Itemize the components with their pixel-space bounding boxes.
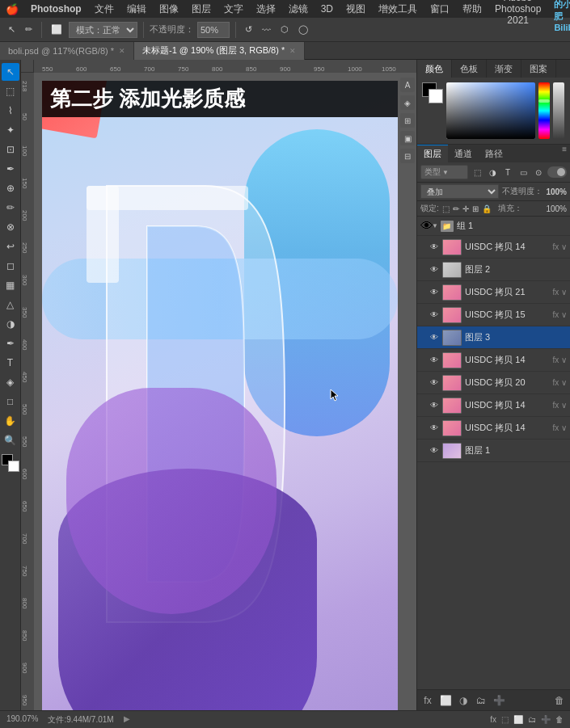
layer-fx-6[interactable]: fx ∨ <box>552 378 567 387</box>
tool-eyedropper[interactable]: ✒ <box>2 160 19 178</box>
filter-adj-icon[interactable]: ◑ <box>486 166 499 179</box>
menu-layer[interactable]: 图层 <box>192 2 211 16</box>
background-color[interactable] <box>8 461 19 472</box>
group-expand-icon[interactable]: ▼ <box>432 222 438 229</box>
side-tool-2[interactable]: ◈ <box>400 95 415 110</box>
tab-color[interactable]: 颜色 <box>417 60 452 78</box>
layer-fx-3[interactable]: fx ∨ <box>552 310 567 319</box>
alpha-bar[interactable] <box>553 82 564 139</box>
tool-shape2[interactable]: □ <box>2 393 19 410</box>
tool-magic-wand[interactable]: ✦ <box>2 121 19 139</box>
eye-icon-group[interactable]: 👁 <box>420 219 432 234</box>
canvas-scroll-area[interactable]: 218 50 100 150 200 250 300 350 400 450 5… <box>21 73 416 710</box>
layer-item-7[interactable]: 👁 UISDC 拷贝 14 fx ∨ <box>417 394 570 417</box>
tool-select-rect[interactable]: ⬚ <box>2 82 19 100</box>
layer-eye-1[interactable]: 👁 <box>429 264 440 276</box>
menu-select[interactable]: 选择 <box>256 2 276 16</box>
menu-view[interactable]: 视图 <box>346 2 365 16</box>
filter-shape-icon[interactable]: ▭ <box>517 166 530 179</box>
filter-text-icon[interactable]: T <box>501 166 514 179</box>
opacity-input[interactable] <box>197 22 230 38</box>
layer-fx-7[interactable]: fx ∨ <box>552 401 567 410</box>
background-swatch[interactable] <box>429 89 443 103</box>
photoshop-canvas[interactable]: 第二步 添加光影质感 JCBAI23.COM <box>34 73 416 710</box>
apple-menu[interactable]: 🍎 <box>6 3 18 15</box>
flow-btn[interactable]: ↺ <box>242 20 255 40</box>
lock-artboard-icon[interactable]: ⊞ <box>472 204 479 213</box>
app-menu[interactable]: Photoshop <box>31 3 82 15</box>
color-spectrum[interactable] <box>446 82 535 139</box>
layer-group-1[interactable]: 👁 ▼ 📁 组 1 <box>417 217 570 236</box>
fg-bg-colors[interactable] <box>422 82 443 139</box>
lock-transparent-icon[interactable]: ⬚ <box>442 204 450 213</box>
side-tool-1[interactable]: A <box>400 78 415 92</box>
layer-item-0[interactable]: 👁 UISDC 拷贝 14 fx ∨ <box>417 236 570 259</box>
smooth-btn[interactable]: 〰 <box>259 20 274 40</box>
layer-fx-8[interactable]: fx ∨ <box>552 423 567 432</box>
layer-eye-9[interactable]: 👁 <box>429 445 440 457</box>
layer-eye-4[interactable]: 👁 <box>429 332 440 343</box>
tab-untitled-close[interactable]: ✕ <box>289 47 296 55</box>
tab-boli-close[interactable]: ✕ <box>119 47 125 55</box>
layer-new-button[interactable]: ➕ <box>492 693 506 708</box>
layer-eye-0[interactable]: 👁 <box>429 242 440 253</box>
status-new-layer[interactable]: ⬜ <box>513 715 523 724</box>
lock-all-icon[interactable]: 🔒 <box>482 204 492 213</box>
layer-adjustment-button[interactable]: ◑ <box>456 693 471 708</box>
layer-fx-0[interactable]: fx ∨ <box>552 242 567 251</box>
layer-fx-5[interactable]: fx ∨ <box>552 356 567 364</box>
status-group[interactable]: 🗂 <box>528 715 536 724</box>
tool-dodge[interactable]: ◑ <box>2 315 19 333</box>
menu-file[interactable]: 文件 <box>95 2 114 16</box>
layer-fx-2[interactable]: fx ∨ <box>552 288 567 297</box>
layer-delete-button[interactable]: 🗑 <box>552 693 567 708</box>
tool-gradient[interactable]: ▦ <box>2 276 19 294</box>
layer-item-6[interactable]: 👁 UISDC 拷贝 20 fx ∨ <box>417 372 570 394</box>
layer-group-button[interactable]: 🗂 <box>474 693 488 708</box>
color-fg-bg[interactable] <box>422 82 443 103</box>
tool-arrow[interactable]: ↖ <box>5 20 19 40</box>
status-trash[interactable]: 🗑 <box>555 715 564 724</box>
tool-shape[interactable]: ⬜ <box>48 20 65 40</box>
tab-paths[interactable]: 路径 <box>479 145 509 162</box>
layer-item-2[interactable]: 👁 UISDC 拷贝 21 fx ∨ <box>417 281 570 304</box>
tab-pattern[interactable]: 图案 <box>521 60 556 78</box>
menu-image[interactable]: 图像 <box>159 2 179 16</box>
menu-filter[interactable]: 滤镜 <box>289 2 308 16</box>
tool-pen[interactable]: ✒ <box>2 335 19 352</box>
layer-item-1[interactable]: 👁 图层 2 <box>417 259 570 281</box>
lock-pixel-icon[interactable]: ✏ <box>453 204 459 213</box>
tool-brush[interactable]: ✏ <box>22 20 36 40</box>
tab-boli[interactable]: boli.psd @ 117%(RGB/8) * ✕ <box>0 42 134 60</box>
menu-text[interactable]: 文字 <box>224 2 243 16</box>
menu-3d[interactable]: 3D <box>321 3 333 15</box>
layer-eye-6[interactable]: 👁 <box>429 377 440 389</box>
tool-move[interactable]: ↖ <box>2 63 19 81</box>
lock-position-icon[interactable]: ✛ <box>462 204 469 213</box>
tab-channels[interactable]: 通道 <box>448 145 479 162</box>
angle-btn[interactable]: ⬡ <box>277 20 292 40</box>
status-add[interactable]: ➕ <box>541 715 551 724</box>
tool-path-select[interactable]: ◈ <box>2 373 19 391</box>
layers-menu-btn[interactable]: ≡ <box>559 145 570 162</box>
filter-smart-icon[interactable]: ⊙ <box>532 166 545 179</box>
menu-edit[interactable]: 编辑 <box>127 2 146 16</box>
tool-heal[interactable]: ⊕ <box>2 179 19 197</box>
side-tool-5[interactable]: ⊟ <box>400 149 415 163</box>
status-mask[interactable]: ⬚ <box>501 715 509 724</box>
mode-select[interactable]: 模式：正常 叠加 正片叠底 <box>69 22 137 38</box>
tab-layers[interactable]: 图层 <box>417 145 448 162</box>
tab-untitled[interactable]: 未标题-1 @ 190% (图层 3, RGB/8) * ✕ <box>134 42 305 60</box>
layer-item-9[interactable]: 👁 图层 1 <box>417 440 570 462</box>
filter-pixel-icon[interactable]: ⬚ <box>471 166 483 179</box>
layer-item-5[interactable]: 👁 UISDC 拷贝 14 fx ∨ <box>417 349 570 372</box>
side-tool-3[interactable]: ⊞ <box>400 113 415 128</box>
filter-toggle[interactable] <box>547 166 567 178</box>
menu-plugins[interactable]: 增效工具 <box>378 2 417 16</box>
tab-swatches[interactable]: 色板 <box>452 60 487 78</box>
layer-type-filter[interactable]: 类型 ▼ <box>420 165 468 179</box>
side-tool-4[interactable]: ▣ <box>400 131 415 145</box>
tool-brush2[interactable]: ✏ <box>2 199 19 217</box>
layer-eye-2[interactable]: 👁 <box>429 287 440 298</box>
pressure-btn[interactable]: ◯ <box>295 20 311 40</box>
